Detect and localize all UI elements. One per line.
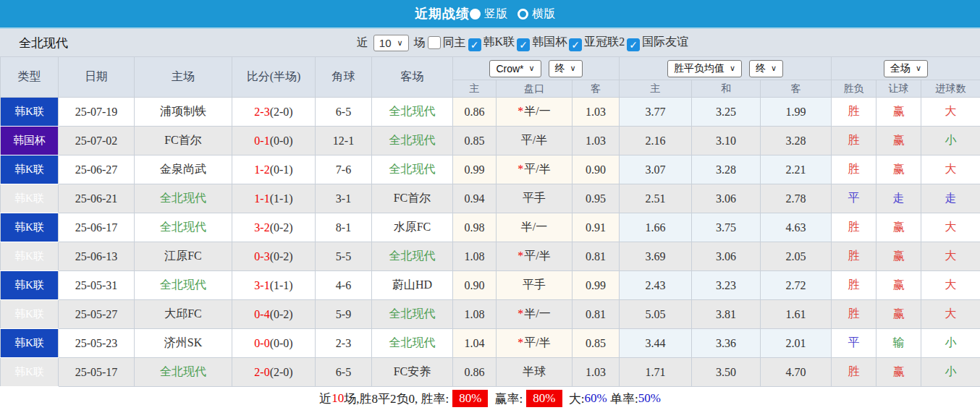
mean-draw-cell: 3.50 — [692, 358, 761, 387]
handicap-cell: *平/半 — [497, 155, 573, 184]
mean-draw-cell: 3.75 — [692, 213, 761, 242]
subheader-handicap-result: 让球 — [876, 80, 921, 98]
score-cell: 0-1(0-0) — [232, 127, 316, 155]
scope-select[interactable]: 全场∨ — [884, 60, 928, 77]
near-label: 近 — [357, 35, 368, 51]
score-cell: 2-3(2-0) — [232, 98, 316, 127]
handicap-cell: 半球 — [497, 358, 573, 387]
mean-draw-cell: 3.06 — [692, 242, 761, 271]
handicap-cell: *平/半 — [497, 242, 573, 271]
summary-text: 赢率: — [491, 391, 523, 407]
league-label: 国际友谊 — [642, 35, 688, 50]
league-label: 亚冠联2 — [584, 35, 625, 50]
odds-time-select[interactable]: 终∨ — [549, 60, 583, 77]
goals-cell: 大 — [921, 213, 980, 242]
handicap-cell: 平手 — [497, 271, 573, 300]
away-odds-cell: 0.81 — [573, 242, 620, 271]
result-cell: 胜 — [832, 155, 876, 184]
same-home-checkbox[interactable] — [428, 36, 441, 49]
match-row: 韩K联25-05-17全北现代2-0(2-0)6-5FC安养0.86半球1.03… — [1, 358, 980, 387]
subheader-mean-win: 主 — [620, 80, 692, 98]
mean-lose-cell: 2.21 — [761, 155, 832, 184]
handicap-cell: *半/一 — [497, 300, 573, 329]
away-team-cell: 全北现代 — [372, 300, 453, 329]
mean-draw-cell: 3.06 — [692, 184, 761, 213]
mean-draw-cell: 3.10 — [692, 127, 761, 155]
handicap-result-cell: 赢 — [876, 358, 921, 387]
handicap-cell: *半/一 — [497, 98, 573, 127]
away-team-cell: 全北现代 — [372, 127, 453, 155]
date-cell: 25-06-21 — [59, 184, 135, 213]
result-cell: 胜 — [832, 213, 876, 242]
away-team-cell: 全北现代 — [372, 329, 453, 358]
home-team-cell: 浦项制铁 — [135, 98, 232, 127]
mean-win-cell: 2.16 — [620, 127, 692, 155]
score-cell: 3-2(0-2) — [232, 213, 316, 242]
league-checkbox[interactable]: ✓ — [468, 38, 481, 51]
radio-unselected-icon[interactable] — [518, 9, 528, 20]
result-cell: 胜 — [832, 242, 876, 271]
layout-option-vertical[interactable]: 竖版 — [484, 7, 507, 22]
league-label: 韩K联 — [483, 35, 515, 50]
percentage-badge: 80% — [452, 390, 488, 407]
home-team-cell: 大邱FC — [135, 300, 232, 329]
mean-draw-cell: 3.23 — [692, 271, 761, 300]
recent-count-select[interactable]: 10∨ — [373, 35, 409, 51]
handicap-cell: 平/半 — [497, 127, 573, 155]
subheader-result: 胜负 — [832, 80, 876, 98]
match-row: 韩K联25-05-31全北现代3-1(1-1)4-6蔚山HD0.90平手0.99… — [1, 271, 980, 300]
league-checkbox[interactable]: ✓ — [569, 38, 582, 51]
mean-draw-cell: 3.36 — [692, 329, 761, 358]
corner-cell: 5-5 — [316, 242, 372, 271]
mean-lose-cell: 2.05 — [761, 242, 832, 271]
away-odds-cell: 0.81 — [573, 300, 620, 329]
league-type-cell: 韩K联 — [1, 242, 59, 271]
home-odds-cell: 0.99 — [453, 155, 497, 184]
league-checkbox[interactable]: ✓ — [517, 38, 530, 51]
away-team-cell: FC安养 — [372, 358, 453, 387]
corner-cell: 3-1 — [316, 184, 372, 213]
mean-lose-cell: 1.61 — [761, 300, 832, 329]
home-odds-cell: 0.85 — [453, 127, 497, 155]
mean-type-select[interactable]: 胜平负均值∨ — [667, 60, 742, 77]
mean-lose-cell: 2.01 — [761, 329, 832, 358]
goals-cell: 走 — [921, 184, 980, 213]
odds-header-group: Crow*∨ 终∨ — [453, 57, 620, 80]
odds-company-select[interactable]: Crow*∨ — [489, 60, 541, 77]
subheader-mean-lose: 客 — [761, 80, 832, 98]
mean-lose-cell: 2.78 — [761, 184, 832, 213]
radio-selected-icon[interactable] — [470, 9, 481, 20]
handicap-result-cell: 赢 — [876, 155, 921, 184]
page-title: 近期战绩 — [415, 5, 470, 22]
league-label: 韩国杯 — [532, 35, 567, 50]
league-type-cell: 韩K联 — [1, 300, 59, 329]
handicap-cell: 平手 — [497, 184, 573, 213]
chevron-down-icon: ∨ — [570, 64, 576, 73]
league-checkbox[interactable]: ✓ — [627, 38, 640, 51]
corner-cell: 4-6 — [316, 271, 372, 300]
match-row: 韩K联25-07-19浦项制铁2-3(2-0)6-5全北现代0.86*半/一1.… — [1, 98, 980, 127]
percentage-badge: 80% — [526, 390, 562, 407]
away-odds-cell: 0.85 — [573, 329, 620, 358]
score-cell: 0-4(0-2) — [232, 300, 316, 329]
home-odds-cell: 0.86 — [453, 358, 497, 387]
handicap-result-cell: 赢 — [876, 98, 921, 127]
mean-draw-cell: 3.25 — [692, 98, 761, 127]
subheader-mean-draw: 和 — [692, 80, 761, 98]
layout-option-horizontal[interactable]: 横版 — [532, 7, 555, 22]
mean-win-cell: 3.07 — [620, 155, 692, 184]
away-odds-cell: 1.03 — [573, 127, 620, 155]
summary-text: 近 — [319, 391, 331, 407]
mean-win-cell: 3.44 — [620, 329, 692, 358]
home-team-cell: 全北现代 — [135, 358, 232, 387]
match-row: 韩K联25-05-27大邱FC0-4(0-2)5-9全北现代1.08*半/一0.… — [1, 300, 980, 329]
mean-win-cell: 5.05 — [620, 300, 692, 329]
summary-percentage: 60% — [584, 391, 607, 406]
league-type-cell: 韩K联 — [1, 329, 59, 358]
league-type-cell: 韩K联 — [1, 184, 59, 213]
same-home-label: 同主 — [443, 35, 466, 51]
away-odds-cell: 0.91 — [573, 213, 620, 242]
goals-cell: 小 — [921, 127, 980, 155]
mean-time-select[interactable]: 终∨ — [749, 60, 783, 77]
away-team-cell: 全北现代 — [372, 242, 453, 271]
